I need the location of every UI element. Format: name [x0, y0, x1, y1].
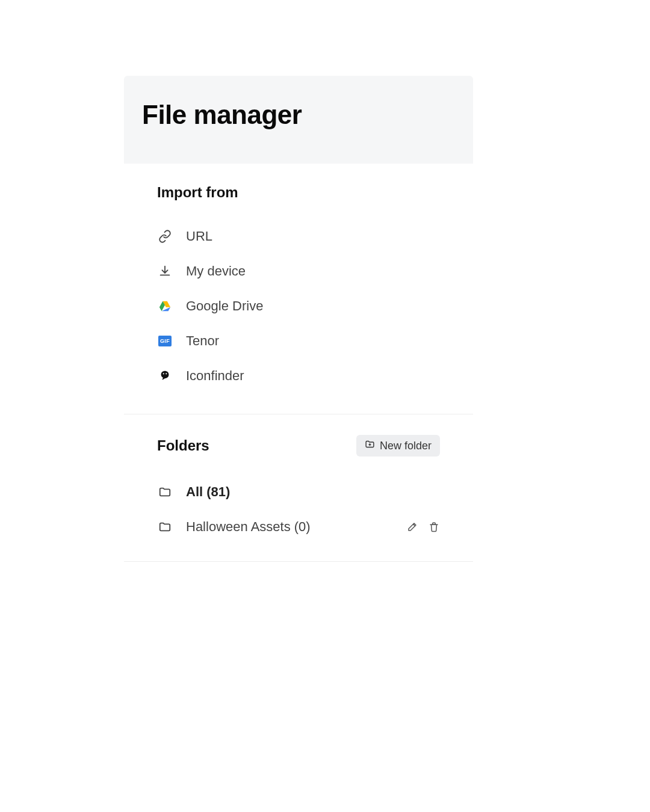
import-item-label: Google Drive	[186, 298, 263, 314]
gif-badge-text: GIF	[158, 336, 172, 346]
new-folder-label: New folder	[380, 440, 432, 452]
page-title: File manager	[142, 100, 455, 130]
edit-folder-button[interactable]	[406, 521, 418, 533]
google-drive-icon	[157, 298, 173, 314]
folders-section: Folders New folder All (81)	[124, 414, 473, 562]
folder-item-all[interactable]: All (81)	[157, 475, 440, 509]
folder-item-label: All (81)	[186, 484, 230, 500]
import-item-iconfinder[interactable]: Iconfinder	[157, 358, 440, 393]
folders-section-title: Folders	[157, 437, 209, 454]
import-item-label: URL	[186, 229, 212, 244]
gif-icon: GIF	[157, 333, 173, 349]
link-icon	[157, 229, 173, 244]
import-item-my-device[interactable]: My device	[157, 254, 440, 289]
new-folder-button[interactable]: New folder	[356, 435, 440, 457]
import-section: Import from URL My device	[124, 164, 473, 414]
delete-folder-button[interactable]	[428, 521, 440, 533]
folder-item-halloween-assets[interactable]: Halloween Assets (0)	[157, 509, 440, 544]
iconfinder-icon	[157, 368, 173, 384]
folder-icon	[157, 519, 173, 535]
panel-header: File manager	[124, 76, 473, 164]
folder-plus-icon	[365, 439, 375, 452]
import-item-url[interactable]: URL	[157, 219, 440, 254]
import-item-label: Tenor	[186, 333, 219, 349]
import-section-title: Import from	[157, 184, 238, 201]
import-item-label: My device	[186, 263, 246, 279]
import-item-label: Iconfinder	[186, 368, 244, 384]
folder-icon	[157, 484, 173, 500]
import-item-google-drive[interactable]: Google Drive	[157, 289, 440, 324]
import-item-tenor[interactable]: GIF Tenor	[157, 324, 440, 358]
download-icon	[157, 263, 173, 279]
file-manager-panel: File manager Import from URL My device	[124, 76, 473, 562]
folder-item-label: Halloween Assets (0)	[186, 519, 311, 535]
folder-item-actions	[406, 521, 440, 533]
